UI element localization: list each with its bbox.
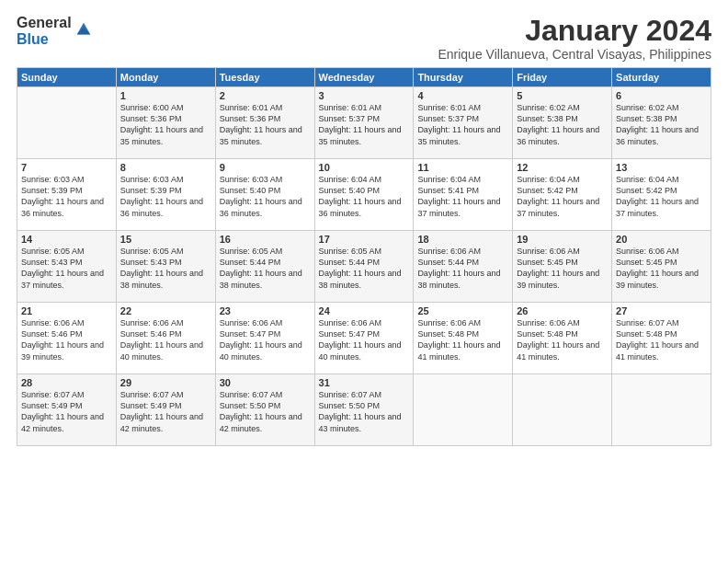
- week-row-3: 14 Sunrise: 6:05 AMSunset: 5:43 PMDaylig…: [17, 231, 711, 303]
- day-number: 31: [319, 377, 410, 388]
- cell-sunrise: Sunrise: 6:04 AMSunset: 5:41 PMDaylight:…: [417, 175, 500, 217]
- day-number: 17: [319, 234, 410, 245]
- calendar-cell: 11 Sunrise: 6:04 AMSunset: 5:41 PMDaylig…: [414, 159, 513, 231]
- cell-sunrise: Sunrise: 6:06 AMSunset: 5:45 PMDaylight:…: [616, 247, 699, 289]
- col-thursday: Thursday: [414, 68, 513, 87]
- cell-sunrise: Sunrise: 6:03 AMSunset: 5:39 PMDaylight:…: [120, 175, 203, 217]
- day-number: 27: [616, 305, 707, 316]
- day-number: 20: [616, 234, 707, 245]
- day-number: 9: [220, 162, 311, 173]
- cell-sunrise: Sunrise: 6:00 AMSunset: 5:36 PMDaylight:…: [120, 103, 203, 145]
- cell-sunrise: Sunrise: 6:04 AMSunset: 5:42 PMDaylight:…: [616, 175, 699, 217]
- cell-sunrise: Sunrise: 6:07 AMSunset: 5:50 PMDaylight:…: [220, 390, 302, 432]
- cell-sunrise: Sunrise: 6:02 AMSunset: 5:38 PMDaylight:…: [616, 103, 699, 145]
- cell-sunrise: Sunrise: 6:01 AMSunset: 5:37 PMDaylight:…: [417, 103, 500, 145]
- calendar-cell: 29 Sunrise: 6:07 AMSunset: 5:49 PMDaylig…: [116, 374, 215, 446]
- calendar-cell: 25 Sunrise: 6:06 AMSunset: 5:48 PMDaylig…: [414, 303, 513, 374]
- calendar-cell: 3 Sunrise: 6:01 AMSunset: 5:37 PMDayligh…: [314, 87, 414, 159]
- calendar-cell: 24 Sunrise: 6:06 AMSunset: 5:47 PMDaylig…: [314, 303, 414, 374]
- week-row-2: 7 Sunrise: 6:03 AMSunset: 5:39 PMDayligh…: [17, 159, 711, 231]
- day-number: 23: [220, 305, 311, 316]
- col-wednesday: Wednesday: [314, 68, 414, 87]
- calendar-cell: 16 Sunrise: 6:05 AMSunset: 5:44 PMDaylig…: [215, 231, 314, 303]
- day-number: 4: [417, 90, 508, 101]
- calendar-cell: 10 Sunrise: 6:04 AMSunset: 5:40 PMDaylig…: [314, 159, 414, 231]
- day-number: 13: [616, 162, 707, 173]
- day-number: 3: [319, 90, 410, 101]
- cell-sunrise: Sunrise: 6:06 AMSunset: 5:48 PMDaylight:…: [517, 318, 599, 361]
- cell-sunrise: Sunrise: 6:07 AMSunset: 5:49 PMDaylight:…: [21, 390, 104, 432]
- day-number: 15: [120, 234, 211, 245]
- cell-sunrise: Sunrise: 6:01 AMSunset: 5:36 PMDaylight:…: [220, 103, 302, 145]
- logo-text: General Blue: [17, 15, 72, 47]
- header: General Blue January 2024 Enrique Villan…: [17, 15, 711, 62]
- day-number: 28: [21, 377, 112, 388]
- calendar-cell: 7 Sunrise: 6:03 AMSunset: 5:39 PMDayligh…: [17, 159, 117, 231]
- calendar-cell: 28 Sunrise: 6:07 AMSunset: 5:49 PMDaylig…: [17, 374, 117, 446]
- cell-sunrise: Sunrise: 6:06 AMSunset: 5:45 PMDaylight:…: [517, 247, 599, 289]
- logo-general: General: [17, 15, 72, 31]
- cell-sunrise: Sunrise: 6:03 AMSunset: 5:40 PMDaylight:…: [220, 175, 302, 217]
- cell-sunrise: Sunrise: 6:06 AMSunset: 5:47 PMDaylight:…: [319, 318, 402, 361]
- calendar-cell: 9 Sunrise: 6:03 AMSunset: 5:40 PMDayligh…: [215, 159, 314, 231]
- calendar-cell: 19 Sunrise: 6:06 AMSunset: 5:45 PMDaylig…: [513, 231, 612, 303]
- logo-blue: Blue: [17, 31, 72, 48]
- day-number: 26: [517, 305, 608, 316]
- calendar-table: Sunday Monday Tuesday Wednesday Thursday…: [17, 67, 711, 446]
- day-number: 14: [21, 234, 112, 245]
- cell-sunrise: Sunrise: 6:06 AMSunset: 5:46 PMDaylight:…: [21, 318, 104, 361]
- week-row-4: 21 Sunrise: 6:06 AMSunset: 5:46 PMDaylig…: [17, 303, 711, 374]
- week-row-1: 1 Sunrise: 6:00 AMSunset: 5:36 PMDayligh…: [17, 87, 711, 159]
- col-friday: Friday: [513, 68, 612, 87]
- cell-sunrise: Sunrise: 6:03 AMSunset: 5:39 PMDaylight:…: [21, 175, 104, 217]
- calendar-cell: 21 Sunrise: 6:06 AMSunset: 5:46 PMDaylig…: [17, 303, 117, 374]
- cell-sunrise: Sunrise: 6:05 AMSunset: 5:44 PMDaylight:…: [220, 247, 302, 289]
- day-number: 21: [21, 305, 112, 316]
- calendar-cell: 27 Sunrise: 6:07 AMSunset: 5:48 PMDaylig…: [612, 303, 711, 374]
- week-row-5: 28 Sunrise: 6:07 AMSunset: 5:49 PMDaylig…: [17, 374, 711, 446]
- day-number: 12: [517, 162, 608, 173]
- calendar-cell: 22 Sunrise: 6:06 AMSunset: 5:46 PMDaylig…: [116, 303, 215, 374]
- day-number: 24: [319, 305, 410, 316]
- cell-sunrise: Sunrise: 6:06 AMSunset: 5:48 PMDaylight:…: [417, 318, 500, 361]
- logo: General Blue: [17, 15, 94, 47]
- calendar-cell: 26 Sunrise: 6:06 AMSunset: 5:48 PMDaylig…: [513, 303, 612, 374]
- calendar-cell: [513, 374, 612, 446]
- calendar-cell: 30 Sunrise: 6:07 AMSunset: 5:50 PMDaylig…: [215, 374, 314, 446]
- calendar-cell: 4 Sunrise: 6:01 AMSunset: 5:37 PMDayligh…: [414, 87, 513, 159]
- calendar-cell: 13 Sunrise: 6:04 AMSunset: 5:42 PMDaylig…: [612, 159, 711, 231]
- cell-sunrise: Sunrise: 6:06 AMSunset: 5:47 PMDaylight:…: [220, 318, 302, 361]
- day-number: 6: [616, 90, 707, 101]
- day-number: 16: [220, 234, 311, 245]
- calendar-cell: 20 Sunrise: 6:06 AMSunset: 5:45 PMDaylig…: [612, 231, 711, 303]
- calendar-cell: 31 Sunrise: 6:07 AMSunset: 5:50 PMDaylig…: [314, 374, 414, 446]
- day-number: 29: [120, 377, 211, 388]
- cell-sunrise: Sunrise: 6:05 AMSunset: 5:44 PMDaylight:…: [319, 247, 402, 289]
- col-saturday: Saturday: [612, 68, 711, 87]
- calendar-cell: 1 Sunrise: 6:00 AMSunset: 5:36 PMDayligh…: [116, 87, 215, 159]
- page: General Blue January 2024 Enrique Villan…: [0, 0, 728, 563]
- day-number: 19: [517, 234, 608, 245]
- cell-sunrise: Sunrise: 6:06 AMSunset: 5:46 PMDaylight:…: [120, 318, 203, 361]
- cell-sunrise: Sunrise: 6:07 AMSunset: 5:50 PMDaylight:…: [319, 390, 402, 432]
- day-number: 25: [417, 305, 508, 316]
- calendar-cell: [612, 374, 711, 446]
- cell-sunrise: Sunrise: 6:05 AMSunset: 5:43 PMDaylight:…: [21, 247, 104, 289]
- day-number: 5: [517, 90, 608, 101]
- day-number: 30: [220, 377, 311, 388]
- col-tuesday: Tuesday: [215, 68, 314, 87]
- day-number: 1: [120, 90, 211, 101]
- calendar-cell: 23 Sunrise: 6:06 AMSunset: 5:47 PMDaylig…: [215, 303, 314, 374]
- calendar-cell: 18 Sunrise: 6:06 AMSunset: 5:44 PMDaylig…: [414, 231, 513, 303]
- calendar-cell: [17, 87, 117, 159]
- calendar-cell: 2 Sunrise: 6:01 AMSunset: 5:36 PMDayligh…: [215, 87, 314, 159]
- calendar-cell: 5 Sunrise: 6:02 AMSunset: 5:38 PMDayligh…: [513, 87, 612, 159]
- calendar-cell: 17 Sunrise: 6:05 AMSunset: 5:44 PMDaylig…: [314, 231, 414, 303]
- col-monday: Monday: [116, 68, 215, 87]
- day-number: 18: [417, 234, 508, 245]
- day-number: 8: [120, 162, 211, 173]
- cell-sunrise: Sunrise: 6:04 AMSunset: 5:42 PMDaylight:…: [517, 175, 599, 217]
- calendar-cell: 15 Sunrise: 6:05 AMSunset: 5:43 PMDaylig…: [116, 231, 215, 303]
- cell-sunrise: Sunrise: 6:07 AMSunset: 5:48 PMDaylight:…: [616, 318, 699, 361]
- day-number: 11: [417, 162, 508, 173]
